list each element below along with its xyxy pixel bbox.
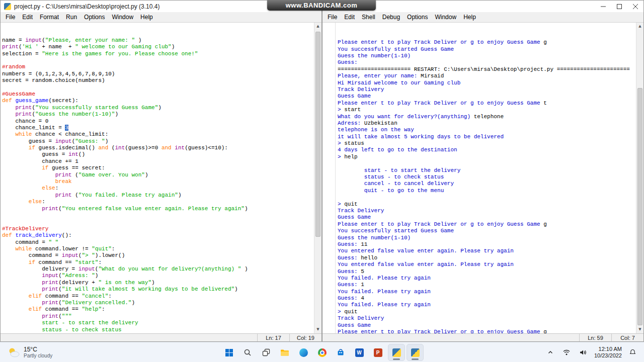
shell-line: Guess Game <box>338 214 643 221</box>
wifi-icon[interactable] <box>561 347 572 357</box>
shell-line: Guess: 4 <box>338 295 643 302</box>
status-column: Col: 19 <box>289 334 321 341</box>
shell-line: Guess Game <box>338 93 643 100</box>
code-line: command = " " <box>2 239 321 246</box>
menu-format[interactable]: Format <box>36 13 62 22</box>
maximize-button[interactable] <box>611 1 627 12</box>
menu-debug[interactable]: Debug <box>379 13 404 22</box>
status-line: Ln: 59 <box>579 334 611 341</box>
word-icon[interactable]: W <box>351 344 368 361</box>
taskbar: 15°C Partly cloudy WP 12:10 AM 10/23/202… <box>0 342 644 362</box>
close-button[interactable] <box>627 1 643 12</box>
menu-window[interactable]: Window <box>108 13 137 22</box>
code-line: print("Delivery cancelled.") <box>2 300 321 306</box>
chrome-icon[interactable] <box>313 344 331 361</box>
editor-text-area[interactable]: name = input("Please, enter your name: "… <box>1 23 321 333</box>
code-line <box>2 212 321 219</box>
clock[interactable]: 12:10 AM 10/23/2022 <box>594 346 622 359</box>
code-line: guess = int() <box>2 151 321 158</box>
code-line: delivery = input("What do you want for d… <box>2 266 321 273</box>
active-app-indicator <box>393 358 400 360</box>
shell-line: Please enter t to play Track Deliver or … <box>338 221 643 228</box>
shell-menubar: FileEditShellDebugOptionsWindowHelp <box>323 12 643 23</box>
menu-edit[interactable]: Edit <box>19 13 36 22</box>
code-line: while command.lower != "quit": <box>2 246 321 252</box>
code-line: guess = input("Guess: ") <box>2 138 321 145</box>
scroll-up-arrow[interactable]: ▲ <box>636 23 643 30</box>
scroll-down-arrow[interactable]: ▼ <box>636 326 643 333</box>
menu-window[interactable]: Window <box>431 13 460 22</box>
shell-line: You entered false value enter again. Ple… <box>338 261 643 268</box>
task-view-icon[interactable] <box>258 344 275 361</box>
volume-icon[interactable] <box>578 347 589 357</box>
python-editor-icon[interactable] <box>388 344 405 361</box>
code-line: if guess.isdecimal() and (int(guess)>=0 … <box>2 145 321 151</box>
menu-run[interactable]: Run <box>62 13 80 22</box>
editor-statusbar: Ln: 17 Col: 19 <box>1 333 321 341</box>
menu-help[interactable]: Help <box>137 13 156 22</box>
edge-icon[interactable] <box>295 344 312 361</box>
shell-line: it will take almost 5 working days to be… <box>338 134 643 140</box>
windows-logo <box>225 349 233 356</box>
powerpoint-icon[interactable]: P <box>369 344 386 361</box>
shell-line: You failed. Please try again <box>338 289 643 295</box>
shell-line: Guess Game <box>338 322 643 329</box>
editor-vertical-scrollbar[interactable]: ▲ ▼ <box>314 23 321 333</box>
menu-options[interactable]: Options <box>80 13 108 22</box>
shell-line: Guess: 1 <box>338 282 643 288</box>
code-line: start - to start the delivery <box>2 320 321 326</box>
code-line: #TrackDelivery <box>2 226 321 232</box>
shell-line: You failed. Please try again <box>338 275 643 282</box>
store-icon[interactable] <box>332 344 349 361</box>
code-line: numbers = (0,1,2,3,4,5,6,7,8,9,10) <box>2 71 321 77</box>
search-icon[interactable] <box>239 344 256 361</box>
shell-line: You successfully started Guess Game <box>338 46 643 53</box>
python-shell-icon[interactable] <box>407 344 424 361</box>
menu-file[interactable]: File <box>2 13 19 22</box>
active-app-indicator <box>412 358 419 360</box>
code-line: print(""" <box>2 313 321 320</box>
weather-temperature: 15°C <box>24 346 52 353</box>
shell-line: Track Delivery <box>338 86 643 93</box>
partly-cloudy-icon <box>7 346 20 358</box>
code-line: #GuessGame <box>2 91 321 98</box>
status-column: Col: 7 <box>611 334 643 341</box>
code-line: chance = 0 <box>2 118 321 125</box>
scroll-down-arrow[interactable]: ▼ <box>314 326 321 333</box>
shell-line: Guess: 5 <box>338 268 643 275</box>
shell-line: start - to start the delivery <box>338 167 643 174</box>
shell-line: Guess: hello <box>338 255 643 261</box>
code-line: if command == "start": <box>2 259 321 266</box>
hidden-icons-chevron-icon[interactable] <box>545 348 555 357</box>
scroll-thumb[interactable] <box>315 32 320 237</box>
start-icon[interactable] <box>220 344 237 361</box>
shell-line: Please, enter your name: Mirsaid <box>338 73 643 79</box>
shell-line: 4 days left to go to the destination <box>338 147 643 153</box>
file-explorer-icon[interactable] <box>276 344 293 361</box>
shell-line: cancel - to cancel delivery <box>338 180 643 187</box>
python-icon <box>4 3 11 10</box>
shell-line <box>338 160 643 167</box>
code-line: name = input("Please, enter your name: "… <box>2 37 321 44</box>
code-line: break <box>2 178 321 185</box>
shell-vertical-scrollbar[interactable]: ▲ ▼ <box>636 23 643 333</box>
notifications-bell-icon[interactable] <box>627 347 638 357</box>
editor-code: name = input("Please, enter your name: "… <box>1 36 321 333</box>
shell-line: Adress: Uzbekistan <box>338 120 643 127</box>
menu-edit[interactable]: Edit <box>341 13 358 22</box>
shell-text-area[interactable]: Please enter t to play Track Deliver or … <box>323 23 643 333</box>
menu-file[interactable]: File <box>324 13 341 22</box>
code-line: elif command == "cancel": <box>2 293 321 300</box>
scroll-thumb[interactable] <box>637 88 642 325</box>
shell-line: Please enter t to play Track Deliver or … <box>338 39 643 46</box>
weather-widget[interactable]: 15°C Partly cloudy <box>2 342 57 362</box>
bandicam-watermark: www.BANDICAM.com <box>267 0 376 11</box>
menu-shell[interactable]: Shell <box>358 13 379 22</box>
tray-date: 10/23/2022 <box>594 352 622 359</box>
scroll-up-arrow[interactable]: ▲ <box>314 23 321 30</box>
menu-options[interactable]: Options <box>404 13 431 22</box>
menu-help[interactable]: Help <box>460 13 479 22</box>
shell-output: Please enter t to play Track Deliver or … <box>336 39 643 333</box>
minimize-button[interactable] <box>595 1 611 12</box>
watermark-text: www.BANDICAM.com <box>286 2 358 9</box>
